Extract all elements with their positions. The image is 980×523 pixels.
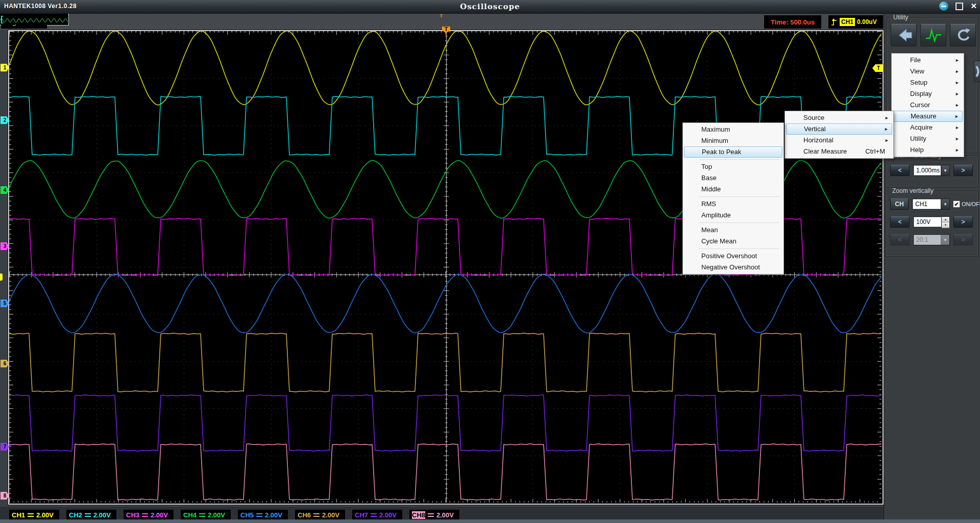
utility-toolbar bbox=[891, 24, 976, 46]
volts-increase-button[interactable]: > bbox=[953, 216, 973, 228]
spin-down-icon[interactable]: ▼ bbox=[942, 222, 949, 228]
menu-item-label: View bbox=[910, 66, 924, 77]
channel-label-ch2[interactable]: CH22.00V bbox=[66, 510, 116, 520]
menu-item-label: Vertical bbox=[804, 124, 826, 134]
submenu-item-horizontal[interactable]: Horizontal► bbox=[786, 135, 892, 146]
preview-trigger-marker-icon[interactable]: T bbox=[440, 13, 443, 18]
timebase-combo[interactable]: 1.000ms ▼ bbox=[913, 165, 950, 176]
menu-separator bbox=[699, 248, 779, 249]
main-menu: File►View►Setup►Display►Cursor►Measure►A… bbox=[891, 53, 964, 157]
menu-item-label: Middle bbox=[701, 184, 721, 194]
menu-item-view[interactable]: View► bbox=[893, 66, 963, 77]
chevron-down-icon[interactable]: ▼ bbox=[941, 165, 949, 176]
measure-type-mean[interactable]: Mean bbox=[684, 225, 782, 236]
volts-decrease-button[interactable]: < bbox=[890, 216, 910, 228]
submenu-arrow-icon: ► bbox=[954, 112, 959, 121]
spin-up-icon[interactable]: ▲ bbox=[942, 217, 949, 222]
channel-label-ch3[interactable]: CH32.00V bbox=[124, 510, 174, 520]
preview-left-bracket-icon[interactable]: [ bbox=[1, 14, 3, 24]
trigger-source-badge: CH1 bbox=[840, 18, 855, 26]
refresh-icon bbox=[954, 28, 972, 43]
submenu-arrow-icon: ► bbox=[885, 113, 889, 123]
timebase-increase-button[interactable]: > bbox=[953, 165, 973, 176]
measure-type-middle[interactable]: Middle bbox=[684, 184, 782, 195]
maximize-icon[interactable] bbox=[955, 3, 963, 10]
channel-onoff-checkbox[interactable]: ✔ bbox=[953, 201, 960, 208]
menu-item-label: Utility bbox=[910, 133, 926, 144]
measure-type-base[interactable]: Base bbox=[684, 172, 782, 184]
channel-label-ch1[interactable]: CH12.00V bbox=[9, 510, 59, 520]
measure-type-amplitude[interactable]: Amplitude bbox=[684, 210, 782, 221]
measure-type-maximum[interactable]: Maximum bbox=[684, 124, 782, 135]
chevron-down-icon[interactable]: ▼ bbox=[941, 199, 949, 209]
menu-item-label: Minimum bbox=[701, 135, 728, 146]
menu-item-label: Cycle Mean bbox=[701, 236, 737, 246]
menu-item-label: Measure bbox=[911, 111, 937, 121]
menu-item-label: File bbox=[910, 55, 921, 65]
menu-item-label: Help bbox=[910, 144, 924, 155]
menu-item-label: Cursor bbox=[910, 99, 930, 110]
volts-value: 100V bbox=[914, 217, 941, 227]
submenu-item-vertical[interactable]: Vertical► bbox=[786, 123, 892, 135]
measure-type-top[interactable]: Top bbox=[684, 161, 782, 172]
menu-item-help[interactable]: Help► bbox=[893, 144, 963, 156]
menu-item-measure[interactable]: Measure► bbox=[893, 111, 963, 122]
oscilloscope-app: HANTEK1008 Ver1.0.28 Oscilloscope ✕ Trig… bbox=[0, 0, 980, 523]
window-title: Oscilloscope bbox=[0, 2, 980, 11]
channel-combo-value: CH1 bbox=[913, 199, 941, 209]
channel-label-ch8[interactable]: CH82.00V bbox=[409, 510, 459, 520]
channel-label-ch4[interactable]: CH42.00V bbox=[181, 510, 231, 520]
channel-label-ch7[interactable]: CH72.00V bbox=[352, 510, 402, 520]
channel-combo[interactable]: CH1 ▼ bbox=[912, 198, 950, 210]
channel-select-button[interactable]: CH bbox=[890, 198, 909, 210]
window-bottom-edge bbox=[0, 519, 980, 523]
menu-item-label: Source bbox=[803, 112, 824, 123]
measure-type-positive-overshoot[interactable]: Positive Overshoot bbox=[684, 251, 782, 262]
volts-per-div: 2.00V bbox=[265, 511, 282, 519]
dc-coupling-icon bbox=[313, 513, 320, 517]
window-controls: ✕ bbox=[939, 2, 977, 11]
rising-edge-icon bbox=[830, 18, 838, 27]
channel-label-ch6[interactable]: CH62.00V bbox=[295, 510, 345, 520]
volts-per-div: 2.00V bbox=[322, 511, 339, 519]
back-button[interactable] bbox=[891, 24, 917, 46]
refresh-button[interactable] bbox=[950, 24, 976, 46]
menu-item-cursor[interactable]: Cursor► bbox=[893, 99, 963, 111]
close-icon[interactable]: ✕ bbox=[970, 2, 977, 11]
menu-item-file[interactable]: File► bbox=[893, 55, 963, 66]
channel-label-ch5[interactable]: CH52.00V bbox=[238, 510, 288, 520]
dc-coupling-icon bbox=[85, 513, 91, 517]
acquisition-preview[interactable]: [ ] T bbox=[0, 14, 69, 26]
dc-coupling-icon bbox=[371, 513, 377, 517]
timebase-decrease-button[interactable]: < bbox=[890, 165, 910, 176]
channel-offset-sliver[interactable] bbox=[0, 273, 3, 281]
submenu-arrow-icon: ► bbox=[955, 78, 960, 88]
menu-shortcut: Ctrl+M bbox=[865, 146, 885, 157]
measure-type-cycle-mean[interactable]: Cycle Mean bbox=[684, 236, 782, 247]
submenu-item-clear-measure[interactable]: Clear MeasureCtrl+M bbox=[786, 146, 892, 157]
menu-item-acquire[interactable]: Acquire► bbox=[893, 122, 963, 133]
hidden-toolbar-button[interactable] bbox=[974, 61, 980, 82]
menu-item-utility[interactable]: Utility► bbox=[893, 133, 963, 144]
volts-spinner[interactable]: 100V ▲ ▼ bbox=[913, 216, 950, 228]
dc-coupling-icon bbox=[28, 513, 34, 517]
menu-item-label: RMS bbox=[701, 198, 716, 209]
submenu-item-source[interactable]: Source► bbox=[786, 112, 892, 123]
timebase-value: 1.000ms bbox=[914, 165, 941, 176]
zoom-vertical-groupbox: Zoom vertically CH CH1 ▼ ✔ ON/OFF < 100V… bbox=[886, 191, 978, 257]
autoset-button[interactable] bbox=[920, 24, 946, 46]
measure-type-minimum[interactable]: Minimum bbox=[684, 135, 782, 146]
spin-buttons: ▲ ▼ bbox=[941, 217, 949, 227]
chevron-down-icon: ▼ bbox=[941, 235, 949, 245]
volts-per-div: 2.00V bbox=[36, 511, 54, 519]
back-arrow-icon bbox=[895, 28, 913, 43]
measure-type-negative-overshoot[interactable]: Negative Overshoot bbox=[684, 262, 782, 273]
measure-type-peak-to-peak[interactable]: Peak to Peak bbox=[684, 146, 782, 158]
menu-item-display[interactable]: Display► bbox=[893, 88, 963, 99]
measure-type-rms[interactable]: RMS bbox=[684, 198, 782, 210]
ratio-decrease-button: < bbox=[890, 234, 910, 245]
submenu-arrow-icon: ► bbox=[884, 124, 889, 134]
submenu-arrow-icon: ► bbox=[955, 145, 960, 156]
menu-item-setup[interactable]: Setup► bbox=[893, 77, 963, 88]
minimize-icon[interactable] bbox=[939, 2, 948, 11]
